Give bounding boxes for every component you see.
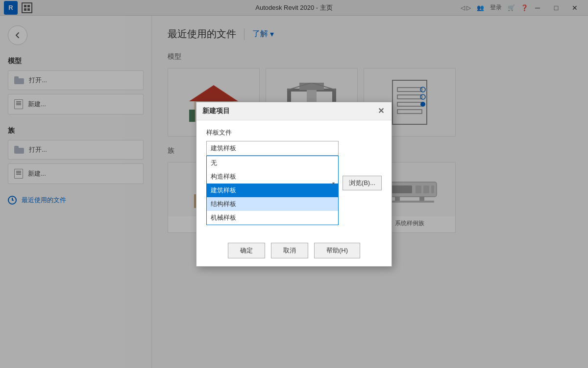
- dialog-footer: 确定 取消 帮助(H): [196, 237, 392, 266]
- dropdown-item-none[interactable]: 无: [207, 156, 338, 170]
- dropdown-item-struct[interactable]: 结构样板: [207, 197, 338, 211]
- dropdown-item-arch[interactable]: 建筑样板: [207, 184, 338, 197]
- dialog-titlebar: 新建项目 ✕: [196, 102, 392, 120]
- new-project-dialog: 新建项目 ✕ 样板文件 建筑样板 ▾ 无 构造样板 建筑样板 结构样板 机械样板: [196, 102, 392, 267]
- template-select-wrapper: 建筑样板 ▾ 无 构造样板 建筑样板 结构样板 机械样板: [206, 141, 339, 225]
- dialog-close-button[interactable]: ✕: [376, 106, 386, 116]
- dropdown-item-mech[interactable]: 机械样板: [207, 211, 338, 225]
- template-select-display[interactable]: 建筑样板: [206, 141, 339, 156]
- dialog-body: 样板文件 建筑样板 ▾ 无 构造样板 建筑样板 结构样板 机械样板 浏览(B).…: [196, 120, 392, 237]
- template-dropdown-list: 无 构造样板 建筑样板 结构样板 机械样板: [206, 156, 339, 225]
- confirm-button[interactable]: 确定: [228, 243, 265, 258]
- dialog-overlay: 新建项目 ✕ 样板文件 建筑样板 ▾ 无 构造样板 建筑样板 结构样板 机械样板: [0, 0, 588, 368]
- template-select-row: 建筑样板 ▾ 无 构造样板 建筑样板 结构样板 机械样板 浏览(B)...: [206, 141, 382, 225]
- dialog-title: 新建项目: [202, 107, 230, 115]
- template-file-label: 样板文件: [206, 128, 382, 137]
- help-button[interactable]: 帮助(H): [314, 243, 360, 258]
- browse-button[interactable]: 浏览(B)...: [343, 176, 382, 190]
- dropdown-item-construction[interactable]: 构造样板: [207, 170, 338, 184]
- cancel-button[interactable]: 取消: [271, 243, 308, 258]
